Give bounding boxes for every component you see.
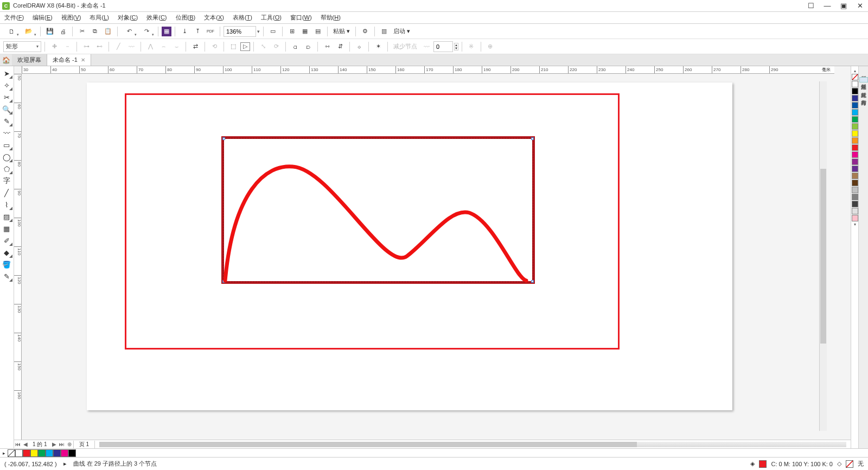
curve-smoothness-input[interactable] xyxy=(433,41,453,52)
symmetrical-node-button[interactable]: ⌣ xyxy=(170,41,182,53)
drop-shadow-tool[interactable]: ▨ xyxy=(0,211,13,223)
docker-tab[interactable]: 对象样式 xyxy=(860,86,867,90)
eyedropper-tool[interactable]: ✐ xyxy=(0,234,13,246)
tab-welcome[interactable]: 欢迎屏幕 xyxy=(12,54,47,66)
publish-pdf-button[interactable] xyxy=(205,26,216,37)
fill-swatch[interactable] xyxy=(759,460,767,468)
reflect-nodes-v-button[interactable]: ⇵ xyxy=(334,41,346,53)
docker-tab[interactable]: 对齐与分布 xyxy=(860,93,867,98)
undo-button[interactable]: ↶ xyxy=(121,26,137,37)
pick-tool[interactable]: ➤ xyxy=(0,67,13,79)
menu-工具[interactable]: 工具(O) xyxy=(257,12,286,23)
rotate-nodes-button[interactable]: ⟳ xyxy=(270,41,282,53)
show-rulers-button[interactable]: ⊞ xyxy=(286,26,298,37)
no-fill-swatch[interactable] xyxy=(8,449,15,457)
ruler-horizontal[interactable]: 3040506070809010011012013014015016017018… xyxy=(22,66,824,74)
copy-button[interactable]: ⧉ xyxy=(89,26,101,37)
open-button[interactable]: 📂 xyxy=(21,26,37,37)
footer-color-swatch[interactable] xyxy=(61,449,68,457)
footer-color-swatch[interactable] xyxy=(38,449,46,457)
shape-tool[interactable]: ✧ xyxy=(0,79,13,91)
smart-fill-tool[interactable]: 🪣 xyxy=(0,258,13,270)
add-page-button[interactable]: ⊕ xyxy=(66,441,73,447)
add-node-button[interactable]: ✚ xyxy=(48,41,60,53)
palette-down-arrow[interactable]: ▾ xyxy=(852,222,858,227)
to-line-button[interactable]: ╱ xyxy=(112,41,124,53)
docker-tab[interactable]: 对象属性 xyxy=(859,77,868,82)
menu-表格[interactable]: 表格(T) xyxy=(228,12,257,23)
smooth-node-button[interactable]: ⌢ xyxy=(157,41,169,53)
maximize-button[interactable]: ▣ xyxy=(838,2,850,10)
color-swatch[interactable] xyxy=(852,173,858,179)
align-nodes-v-button[interactable]: ⫐ xyxy=(302,41,314,53)
zoom-tool[interactable]: 🔍 xyxy=(0,103,13,115)
close-tab-icon[interactable]: ✕ xyxy=(81,57,85,63)
menu-位图[interactable]: 位图(B) xyxy=(171,12,200,23)
zoom-input[interactable] xyxy=(224,26,256,37)
polygon-tool[interactable]: ⬠ xyxy=(0,163,13,175)
reduce-nodes-button[interactable]: 〰 xyxy=(420,41,432,53)
join-nodes-button[interactable]: ⊶ xyxy=(80,41,92,53)
color-swatch[interactable] xyxy=(852,137,858,144)
color-swatch[interactable] xyxy=(852,123,858,130)
menu-对象[interactable]: 对象(C) xyxy=(113,12,142,23)
close-curve-button[interactable]: ▷ xyxy=(240,42,250,51)
show-guidelines-button[interactable]: ▤ xyxy=(312,26,324,37)
fullscreen-preview-button[interactable]: ▭ xyxy=(267,26,279,37)
minimize-button[interactable]: — xyxy=(821,2,833,10)
menu-布局[interactable]: 布局(L) xyxy=(85,12,113,23)
cut-button[interactable]: ✂ xyxy=(76,26,88,37)
transparency-tool[interactable]: ▦ xyxy=(0,223,13,234)
paste-button[interactable]: 📋 xyxy=(102,26,114,37)
export-button[interactable]: ⤒ xyxy=(192,26,203,37)
drawing-canvas[interactable] xyxy=(22,74,834,440)
horizontal-scrollbar[interactable] xyxy=(99,442,846,447)
show-grid-button[interactable]: ▦ xyxy=(299,26,311,37)
color-swatch[interactable] xyxy=(852,144,858,151)
color-swatch[interactable] xyxy=(852,109,858,116)
elastic-mode-button[interactable]: ⟐ xyxy=(353,41,365,53)
color-swatch[interactable] xyxy=(852,187,858,193)
color-swatch[interactable] xyxy=(852,158,858,165)
new-button[interactable]: 🗋 xyxy=(3,26,20,37)
tab-document[interactable]: 未命名 -1✕ xyxy=(47,54,91,66)
freehand-tool[interactable]: ✎ xyxy=(0,115,13,127)
outline-none-swatch[interactable] xyxy=(846,460,853,468)
last-page-button[interactable]: ⏭ xyxy=(58,441,66,447)
first-page-button[interactable]: ⏮ xyxy=(14,441,22,447)
docker-tab[interactable]: 属性 xyxy=(860,69,867,74)
artistic-media-tool[interactable]: 〰 xyxy=(0,127,13,139)
break-node-button[interactable]: ⊷ xyxy=(93,41,105,53)
footer-color-swatch[interactable] xyxy=(23,449,30,457)
snap-dropdown[interactable]: 粘贴 ▾ xyxy=(331,27,352,35)
fill-indicator-icon[interactable]: ◈ xyxy=(750,460,755,467)
reflect-nodes-h-button[interactable]: ⇿ xyxy=(321,41,333,53)
rectangle-tool[interactable]: ▭ xyxy=(0,139,13,151)
menu-文本[interactable]: 文本(X) xyxy=(200,12,228,23)
to-curve-button[interactable]: 〰 xyxy=(125,41,137,53)
footer-color-swatch[interactable] xyxy=(15,449,23,457)
align-nodes-h-button[interactable]: ⫏ xyxy=(289,41,301,53)
home-icon[interactable]: 🏠 xyxy=(0,56,12,64)
menu-效果[interactable]: 效果(C) xyxy=(142,12,171,23)
color-swatch[interactable] xyxy=(852,180,858,186)
launch-dropdown[interactable]: 启动 ▾ xyxy=(391,27,412,35)
print-button[interactable]: 🖨 xyxy=(57,26,69,37)
feedback-icon[interactable]: ☐ xyxy=(805,2,817,10)
prev-page-button[interactable]: ◀ xyxy=(22,441,29,447)
text-tool[interactable]: 字 xyxy=(0,175,13,187)
footer-color-swatch[interactable] xyxy=(68,449,76,457)
menu-帮助[interactable]: 帮助(H) xyxy=(316,12,345,23)
cusp-node-button[interactable]: ⋀ xyxy=(144,41,156,53)
color-swatch[interactable] xyxy=(852,95,858,101)
footer-color-swatch[interactable] xyxy=(53,449,61,457)
object-properties-button[interactable]: ⊕ xyxy=(484,41,496,53)
palette-left-arrow[interactable]: ▸ xyxy=(0,450,8,456)
color-swatch[interactable] xyxy=(852,151,858,158)
app-launcher-icon[interactable]: ▥ xyxy=(378,26,390,37)
ellipse-tool[interactable]: ◯ xyxy=(0,151,13,163)
color-swatch[interactable] xyxy=(852,215,858,221)
select-all-nodes-button[interactable]: ✶ xyxy=(372,41,384,53)
page-tab[interactable]: 页 1 xyxy=(73,441,95,448)
color-swatch[interactable] xyxy=(852,81,858,87)
